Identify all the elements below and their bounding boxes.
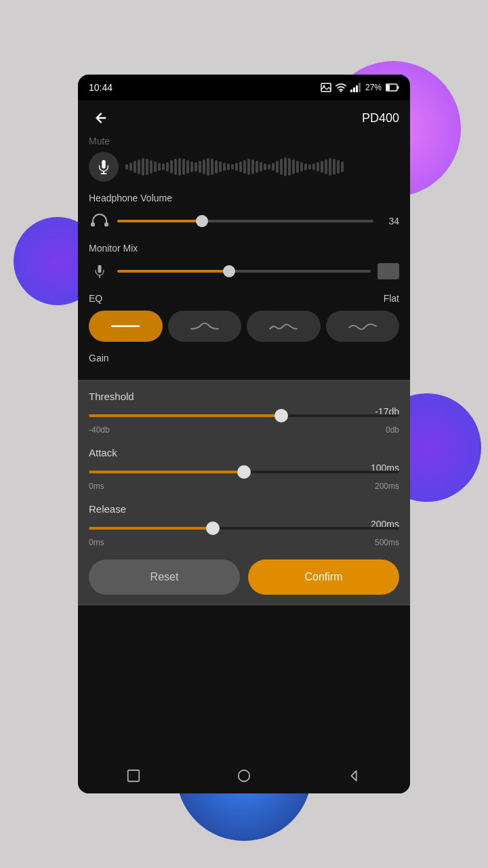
waveform-bar [150,160,152,174]
waveform-bar [199,161,201,173]
release-slider[interactable] [89,521,399,535]
eq-buttons [89,311,399,342]
waveform-bar [231,164,234,170]
waveform-bar [138,159,140,174]
svg-rect-12 [91,222,95,226]
svg-point-17 [239,770,250,782]
waveform-bar [195,162,197,172]
waveform-bar [333,159,336,175]
monitor-mix-slider[interactable] [117,264,371,278]
eq-button-curve3[interactable] [326,311,400,342]
svg-rect-0 [321,83,331,92]
signal-icon [350,83,361,92]
svg-rect-9 [398,86,399,89]
headphone-volume-slider[interactable] [117,214,373,228]
nav-square-button[interactable] [120,762,147,789]
confirm-button[interactable]: Confirm [248,559,399,595]
eq-button-flat[interactable] [89,311,163,342]
waveform-bar [251,159,254,174]
waveform-bar [329,158,331,176]
mute-label: Mute [89,136,399,146]
waveform-bar [341,161,344,172]
waveform-bar [142,158,144,176]
waveform-bar [337,160,340,174]
waveform-bar [317,162,319,172]
battery-icon [386,83,399,92]
lower-section: Threshold -17db -40db 0db [78,380,410,606]
waveform-bar [243,160,246,174]
reset-button[interactable]: Reset [89,559,240,595]
attack-max: 200ms [375,481,399,491]
attack-section: Attack 100ms 0ms 200ms [89,447,399,491]
waveform-bar [129,163,132,171]
svg-rect-4 [353,87,355,92]
headphone-volume-row: 34 [89,210,399,232]
waveform-bar [146,159,148,175]
release-max: 500ms [375,538,399,547]
waveform-bar [203,159,205,174]
nav-back-button[interactable] [341,762,368,789]
release-section: Release 200ms 0ms 500ms [89,503,399,547]
device-name: PD400 [362,111,399,125]
mic-icon [89,152,119,182]
waveform-bar [247,159,250,175]
eq-button-curve1[interactable] [168,311,242,342]
threshold-section: Threshold -17db -40db 0db [89,391,399,435]
waveform-bar [284,157,287,176]
status-icons: 27% [321,83,399,92]
svg-rect-6 [359,83,361,92]
waveform-bar [272,163,274,171]
monitor-end-icon [378,263,399,279]
waveform-bar [134,161,136,173]
waveform-bar [190,161,193,172]
waveform-bar [174,159,177,175]
gain-label: Gain [89,353,399,363]
action-buttons: Reset Confirm [89,559,399,595]
image-icon [321,83,331,92]
waveform-bar [154,161,157,172]
waveform-bar [321,161,323,173]
eq-header: EQ Flat [89,293,399,304]
waveform-bar [235,163,238,171]
threshold-label: Threshold [89,391,399,402]
waveform-bar [308,164,311,170]
nav-home-button[interactable] [230,762,258,789]
eq-button-curve2[interactable] [247,311,321,342]
waveform-bar [276,161,279,173]
svg-marker-18 [352,771,357,781]
back-button[interactable] [89,106,113,130]
threshold-slider[interactable] [89,409,399,422]
monitor-mix-row [89,260,399,282]
svg-rect-8 [386,85,390,90]
waveform-bar [182,159,185,175]
svg-point-2 [340,90,342,92]
monitor-mix-label: Monitor Mix [89,243,399,254]
attack-slider[interactable] [89,465,399,479]
waveform-bar [186,160,189,174]
threshold-min: -40db [89,425,110,435]
headphone-volume-value: 34 [380,216,399,226]
svg-rect-16 [127,770,139,782]
waveform-bar [223,163,226,171]
waveform-bar [312,163,315,170]
waveform-bar [288,158,291,176]
waveform-bar [227,163,230,170]
eq-label: EQ [89,293,102,304]
waveform-display [125,155,399,179]
waveform-bar [178,158,181,176]
release-min: 0ms [89,538,104,547]
monitor-mic-icon [89,260,110,282]
svg-rect-3 [350,90,352,92]
nav-bar [78,758,410,793]
waveform-bar [158,163,161,171]
waveform-bar [300,162,303,172]
waveform-bar [280,159,283,175]
waveform-bar [166,162,169,172]
headphone-volume-label: Headphone Volume [89,193,399,203]
waveform-bar [296,161,299,173]
phone-shell: 10:44 27% [78,75,410,793]
waveform-bar [325,159,327,174]
content-scroll[interactable]: Mute Headphone Volume [78,136,410,758]
waveform-bar [304,163,307,170]
eq-value: Flat [384,293,399,304]
